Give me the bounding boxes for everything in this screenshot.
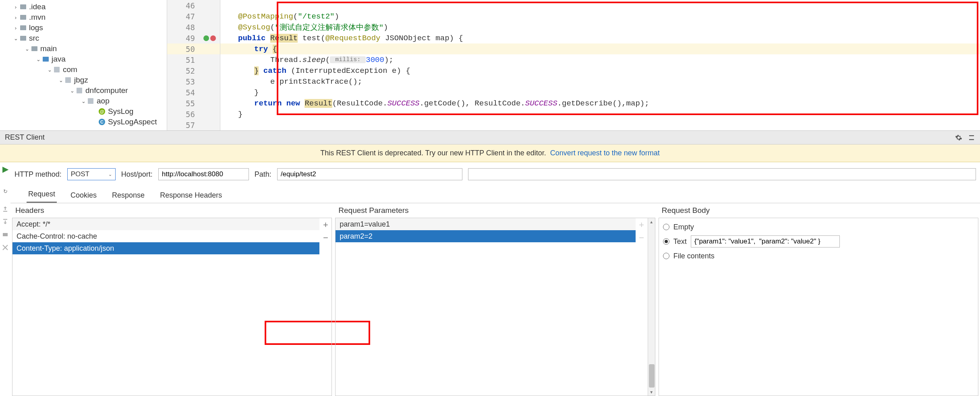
folder-icon [19,24,27,31]
chevron-right-icon[interactable]: › [12,14,19,21]
param-row[interactable]: param1=value1 [336,218,635,230]
tab-response-headers[interactable]: Response Headers [158,188,224,203]
folder-icon [19,3,27,10]
http-method-combo[interactable]: POST ⌄ [67,168,116,180]
settings-tool-icon[interactable] [2,244,8,251]
add-param-button[interactable]: + [639,220,644,230]
header-row[interactable]: Accept: */* [12,218,319,230]
code-line[interactable]: } [220,87,980,98]
scroll-down-icon[interactable]: ▼ [648,388,655,396]
banner-convert-link[interactable]: Convert request to the new format [550,149,660,157]
generate-icon[interactable] [2,231,8,238]
tree-item-logs[interactable]: ›logs [0,23,167,33]
radio-icon[interactable] [663,224,669,230]
tree-item-idea[interactable]: ›.idea [0,2,167,12]
chevron-down-icon[interactable]: ⌄ [57,77,64,83]
tab-cookies[interactable]: Cookies [69,188,98,203]
chevron-down-icon[interactable]: ⌄ [12,35,19,41]
line-number: 52 [186,66,195,75]
chevron-right-icon[interactable]: › [12,25,19,31]
tree-label: java [52,55,66,64]
tree-item-mvn[interactable]: ›.mvn [0,12,167,23]
chevron-down-icon[interactable]: ⌄ [23,46,31,52]
body-empty-option[interactable]: Empty [663,220,974,234]
header-row[interactable]: Cache-Control: no-cache [12,230,319,242]
code-line[interactable] [220,0,980,11]
line-number: 53 [186,77,195,86]
code-line[interactable]: public Result test(@RequestBody JSONObje… [220,33,980,43]
remove-header-button[interactable]: − [323,233,328,243]
package-icon [53,66,60,73]
tree-item-jbgz[interactable]: ⌄jbgz [0,75,167,85]
code-line[interactable]: return new Result(ResultCode.SUCCESS.get… [220,98,980,109]
code-line[interactable] [220,120,980,130]
header-row[interactable]: Content-Type: application/json [12,242,319,254]
body-text-label: Text [673,237,687,246]
tree-label: aop [97,97,110,105]
code-line[interactable]: @SysLog("测试自定义注解请求体中参数") [220,22,980,33]
tab-request[interactable]: Request [27,187,57,203]
tree-item-dnfcomputer[interactable]: ⌄dnfcomputer [0,85,167,96]
code-line[interactable]: e.printStackTrace(); [220,76,980,87]
extra-input[interactable] [468,168,976,180]
tab-response[interactable]: Response [110,188,146,203]
code-line[interactable]: Thread.sleep( millis: 3000); [220,54,980,65]
project-tree[interactable]: ›.idea ›.mvn ›logs ⌄src ⌄main ⌄java ⌄com… [0,0,167,130]
tree-item-com[interactable]: ⌄com [0,64,167,75]
line-number: 46 [186,1,195,10]
remove-param-button[interactable]: − [639,233,644,243]
line-number: 50 [186,45,195,54]
chevron-right-icon[interactable]: › [12,4,19,10]
path-input[interactable] [277,168,462,180]
headers-title: Headers [10,203,334,218]
deprecation-banner: This REST Client is deprecated. Try our … [0,144,980,162]
chevron-down-icon[interactable]: ⌄ [35,56,42,62]
radio-icon[interactable] [663,253,669,259]
body-text-option[interactable]: Text [663,234,974,249]
tree-item-src[interactable]: ⌄src [0,33,167,43]
chevron-down-icon[interactable]: ⌄ [68,88,76,94]
scrollbar-thumb[interactable] [649,364,655,388]
tree-item-syslog[interactable]: @SysLog [0,106,167,117]
headers-list[interactable]: Accept: */* Cache-Control: no-cache Cont… [12,218,319,396]
body-file-option[interactable]: File contents [663,249,974,263]
scroll-up-icon[interactable]: ▲ [648,218,655,225]
code-line[interactable]: } [220,109,980,120]
scrollbar[interactable]: ▲ ▼ [648,218,655,396]
param-row[interactable]: param2=2 [336,230,635,242]
tree-label: .mvn [29,13,46,22]
code-line[interactable]: } catch (InterruptedException e) { [220,65,980,76]
radio-icon[interactable] [663,238,669,245]
chevron-down-icon[interactable]: ⌄ [46,67,53,73]
package-icon [64,76,72,84]
line-gutter[interactable]: 46 47 48 49 50 51 52 53 54 55 56 57 [167,0,220,130]
params-title: Request Parameters [334,203,657,218]
code-line[interactable]: try { [220,43,980,54]
tree-item-main[interactable]: ⌄main [0,43,167,54]
tree-item-aop[interactable]: ⌄aop [0,96,167,106]
add-header-button[interactable]: + [323,220,328,230]
folder-icon [31,45,38,52]
export-icon[interactable] [2,206,8,212]
run-request-button[interactable]: ▶ [2,164,8,174]
gear-icon[interactable] [955,134,962,141]
annotation-icon: @ [98,108,106,115]
history-icon[interactable]: ↻ [3,188,8,194]
params-list[interactable]: param1=value1 param2=2 [336,218,635,396]
http-method-value: POST [71,170,89,178]
host-input[interactable] [158,168,249,180]
import-icon[interactable] [2,219,8,225]
hide-icon[interactable] [968,134,975,141]
body-text-input[interactable] [691,235,840,248]
tree-label: dnfcomputer [85,86,128,95]
tree-item-syslogaspect[interactable]: CSysLogAspect [0,117,167,127]
folder-icon [19,35,27,42]
code-line[interactable]: @PostMapping("/test2") [220,11,980,22]
tree-item-java[interactable]: ⌄java [0,54,167,64]
line-number: 48 [186,23,195,32]
body-empty-label: Empty [673,223,694,231]
breakpoint-gutter-icon[interactable] [210,35,216,41]
code-editor[interactable]: 46 47 48 49 50 51 52 53 54 55 56 57 @Pos… [167,0,980,130]
chevron-down-icon[interactable]: ⌄ [80,98,87,104]
run-gutter-icon[interactable] [203,35,209,41]
